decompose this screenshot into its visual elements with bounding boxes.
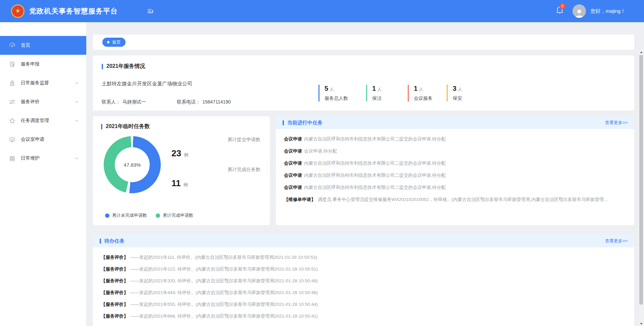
title-accent-bar (101, 124, 102, 129)
breadcrumb: 首页 (93, 35, 634, 50)
contact-row: 联系人：马静测试一联系电话：15847114190 (102, 99, 318, 105)
chevron-down-icon (75, 100, 79, 104)
legend-finished: 累计完成申请数 (156, 212, 193, 218)
donut-center-label: 47.83% (115, 147, 150, 182)
emblem-star-icon: ★ (15, 8, 20, 14)
contact-name: 马静测试一 (122, 99, 146, 105)
sidebar-item-label: 会议室申请 (21, 136, 79, 142)
company-name: 土默特左旗金川开发区金厦广场物业公司 (102, 81, 318, 87)
list-item[interactable]: 会议申请内蒙古自治区呼和浩特市利信息技术有限公司二提交的会议申请,待分配 (284, 136, 626, 142)
title-accent-bar (102, 64, 103, 69)
phone-label: 联系电话： (177, 99, 200, 105)
vertical-scrollbar[interactable] (638, 50, 644, 326)
sidebar-item-label: 首页 (21, 42, 79, 48)
sidebar-item-daily-supervision[interactable]: 日常服务监督 (0, 74, 86, 92)
chart-stat-unit: 例 (184, 182, 188, 187)
list-item[interactable]: 【服务评价】——发起的2021年444, 待评价。(内蒙古自治区鄂尔多斯市乌审旗… (101, 289, 626, 296)
document-icon (9, 61, 15, 68)
sidebar-item-service-declare[interactable]: 服务申报 (0, 55, 86, 74)
sidebar-nav: 首页 服务申报 日常服务监督 (0, 22, 87, 326)
breadcrumb-label: 首页 (112, 39, 121, 45)
chart-stat-label: 累计提交申请数 (169, 137, 260, 143)
stat-value: 1 (414, 85, 417, 92)
stat-label: 保洁 (372, 95, 393, 101)
stat-label: 会议服务 (414, 95, 437, 101)
user-icon (574, 8, 584, 18)
stat-security: 3人 保安 (447, 85, 467, 101)
legend-dot-icon (156, 213, 160, 218)
sidebar-item-label: 日常服务监督 (21, 80, 75, 86)
staff-stats: 5人 服务总人数 1人 保洁 1人 会议服务 3人 保安 (318, 81, 477, 105)
list-item[interactable]: 【服务评价】——发起的2021年111, 待评价。(内蒙古自治区鄂尔多斯市乌审旗… (101, 254, 626, 261)
legend-dot-icon (105, 213, 109, 218)
sidebar-item-home[interactable]: 首页 (0, 36, 86, 55)
donut-chart: 47.83% (104, 136, 161, 193)
avatar[interactable] (573, 4, 586, 18)
sidebar-item-label: 任务调度管理 (21, 118, 75, 124)
stat-label: 保安 (453, 95, 467, 101)
list-item[interactable]: 【服务评价】——发起的2021年666, 待评价。(内蒙古自治区鄂尔多斯市乌审旗… (101, 313, 626, 320)
sliders-icon (9, 98, 15, 105)
chevron-down-icon (75, 81, 79, 85)
service-overview-card: 2021年服务情况 土默特左旗金川开发区金厦广场物业公司 联系人：马静测试一联系… (93, 55, 634, 111)
dashboard-icon (9, 42, 15, 49)
list-item[interactable]: 会议申请内蒙古自治区呼和浩特市利信息技术有限公司二提交的会议申请,待分配 (284, 172, 626, 179)
chart-stat-label: 累计完成任务数 (169, 167, 260, 173)
scrollbar-down-arrow-icon[interactable] (638, 321, 644, 326)
chart-legend: 累计未完成申请数 累计完成申请数 (101, 212, 262, 218)
title-accent-bar (283, 120, 284, 125)
sidebar-item-label: 服务评价 (21, 99, 75, 105)
sidebar-item-daily-maintenance[interactable]: 日常维护 (0, 149, 86, 168)
list-item[interactable]: 会议申请内蒙古自治区呼和浩特市利信息技术有限公司二提交的会议申请,待分配 (284, 184, 626, 191)
menu-fold-icon (147, 7, 154, 15)
chart-stat-completed: 累计完成任务数 11例 (169, 167, 260, 189)
chart-stat-unit: 例 (184, 152, 188, 157)
list-item[interactable]: 【服务评价】——发起的2021年555, 待评价。(内蒙古自治区鄂尔多斯市乌审旗… (101, 301, 626, 308)
todo-more-link[interactable]: 查看更多>> (605, 238, 628, 244)
main-content: 首页 2021年服务情况 土默特左旗金川开发区金厦广场物业公司 联系人：马静测试… (87, 22, 644, 326)
notification-button[interactable]: 0 (556, 6, 564, 16)
todo-tasks-header: 待办任务 查看更多>> (93, 235, 634, 247)
chart-stat-submitted: 累计提交申请数 23例 (169, 137, 260, 159)
title-accent-bar (100, 239, 101, 244)
list-item[interactable]: 【服务评价】——发起的2021年333, 待评价。(内蒙古自治区鄂尔多斯市乌审旗… (101, 278, 626, 284)
chevron-down-icon (75, 156, 79, 160)
ongoing-tasks-title: 当前进行中任务 (287, 120, 323, 126)
breadcrumb-home-tag[interactable]: 首页 (102, 38, 126, 47)
legend-unfinished: 累计未完成申请数 (105, 212, 147, 218)
app-title: 党政机关事务智慧服务平台 (29, 6, 118, 16)
temp-task-chart-card: 2021年临时任务数 47.83% 累计提交申请数 23例 累计完成任务数 11… (93, 116, 270, 225)
stat-unit: 人 (419, 87, 423, 92)
chart-stat-value: 11 (171, 178, 181, 188)
sidebar-item-meeting-room[interactable]: 会议室申请 (0, 130, 86, 149)
chevron-down-icon (75, 119, 79, 123)
scrollbar-thumb[interactable] (639, 55, 643, 304)
national-emblem-logo: ★ (11, 4, 24, 18)
star-icon (9, 117, 15, 124)
scrollbar-up-arrow-icon[interactable] (638, 50, 644, 54)
chart-card-title: 2021年临时任务数 (106, 123, 150, 130)
list-item[interactable]: 【维修单申请】调度员,事务中心管理员提交维修服务WX202102010052，待… (284, 196, 626, 203)
list-item[interactable]: 【服务评价】——发起的2021年222, 待评价。(内蒙古自治区鄂尔多斯市乌审旗… (101, 266, 626, 273)
ongoing-more-link[interactable]: 查看更多>> (605, 120, 628, 126)
list-item[interactable]: 会议申请内蒙古自治区呼和浩特市利信息技术有限公司二提交的会议申请,待分配 (284, 160, 626, 167)
stat-label: 服务总人数 (325, 95, 356, 101)
ongoing-tasks-card: 当前进行中任务 查看更多>> 会议申请内蒙古自治区呼和浩特市利信息技术有限公司二… (276, 116, 634, 225)
list-item[interactable]: 会议申请会议申请,待分配 (284, 148, 626, 155)
legend-label: 累计未完成申请数 (112, 212, 147, 218)
sidebar-item-task-scheduling[interactable]: 任务调度管理 (0, 111, 86, 130)
ongoing-tasks-header: 当前进行中任务 查看更多>> (276, 116, 634, 129)
chart-stat-value: 23 (171, 148, 181, 158)
todo-tasks-card: 待办任务 查看更多>> 【服务评价】——发起的2021年111, 待评价。(内蒙… (93, 235, 634, 326)
legend-label: 累计完成申请数 (163, 212, 193, 218)
sidebar-item-service-evaluation[interactable]: 服务评价 (0, 92, 86, 111)
stat-unit: 人 (377, 87, 382, 92)
stat-value: 5 (325, 85, 328, 92)
stat-meeting-service: 1人 会议服务 (408, 85, 437, 101)
stat-value: 1 (372, 85, 376, 92)
stat-total-staff: 5人 服务总人数 (318, 85, 356, 101)
sidebar-item-label: 日常维护 (21, 155, 75, 161)
user-greeting: 您好，majing！ (591, 8, 626, 14)
menu-fold-button[interactable] (147, 7, 154, 15)
contact-label: 联系人： (102, 99, 120, 105)
